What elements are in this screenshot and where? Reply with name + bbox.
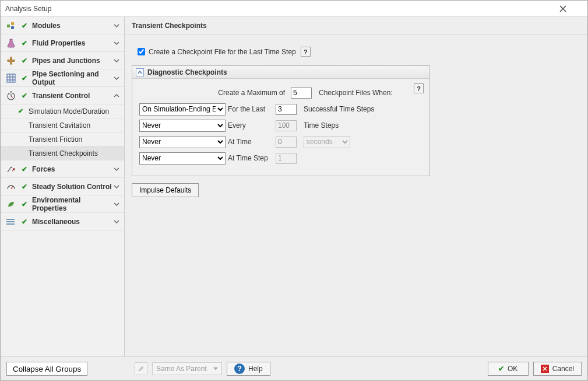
sidebar-group-fluid-properties[interactable]: ✔ Fluid Properties [1,34,124,52]
max-checkpoints-row: Create a Maximum of Checkpoint Files Whe… [139,85,422,101]
last-step-checkpoint-label: Create a Checkpoint File for the Last Ti… [149,48,296,56]
condition-dropdown-1[interactable]: On Simulation-Ending Error [139,103,226,116]
sidebar-item-label: Transient Cavitation [29,121,90,130]
ok-label: OK [508,365,517,373]
check-icon: ✔ [20,39,29,47]
check-icon: ✔ [20,165,29,173]
modules-icon [5,20,17,32]
main-body: Create a Checkpoint File for the Last Ti… [125,34,587,356]
sidebar-group-steady-solution[interactable]: ✔ Steady Solution Control [1,178,124,195]
last-step-checkpoint-checkbox[interactable] [138,48,145,55]
svg-rect-2 [11,26,14,29]
forces-icon [5,163,17,175]
chevron-up-icon [138,70,142,75]
impulse-defaults-button[interactable]: Impulse Defaults [132,183,199,197]
sidebar-item-simulation-mode[interactable]: ✔ Simulation Mode/Duration [1,104,124,118]
chevron-down-icon [112,183,121,191]
sidebar-label: Fluid Properties [32,39,112,47]
check-icon: ✔ [498,365,504,373]
same-as-parent-label: Same As Parent [156,365,207,373]
condition-dropdown-3[interactable]: Never [139,136,226,148]
chevron-down-icon [112,165,121,173]
check-icon: ✔ [20,74,29,82]
sidebar-item-label: Simulation Mode/Duration [29,107,109,116]
grid-icon [5,72,17,84]
check-icon: ✔ [20,57,29,65]
chevron-down-icon [112,200,121,208]
check-icon: ✔ [20,22,29,30]
sidebar-label: Miscellaneous [32,218,112,226]
help-button[interactable]: ? Help [227,362,270,376]
condition-value-1[interactable] [276,104,297,115]
condition-row-1: On Simulation-Ending Error For the Last … [139,101,422,117]
analysis-setup-window: Analysis Setup ✔ Modules ✔ [0,0,588,381]
same-as-parent-dropdown: Same As Parent [152,362,222,375]
max-checkpoints-input[interactable] [291,88,312,99]
svg-point-7 [6,219,8,220]
condition-suffix-1: Successful Time Steps [301,105,422,113]
stopwatch-icon [5,90,17,102]
panel-title: Diagnostic Checkpoints [147,68,227,76]
chevron-down-icon [112,218,121,226]
condition-label-3: At Time [228,138,276,146]
ok-button[interactable]: ✔ OK [488,362,529,376]
sidebar-group-miscellaneous[interactable]: ✔ Miscellaneous [1,213,124,230]
sidebar-item-transient-checkpoints[interactable]: Transient Checkpoints [1,146,124,160]
sidebar-group-forces[interactable]: ✔ Forces [1,160,124,178]
footer: Collapse All Groups Same As Parent ? Hel… [1,357,587,380]
sidebar-label: Environmental Properties [32,196,112,212]
condition-dropdown-4[interactable]: Never [139,152,226,165]
condition-row-3: Never At Time seconds [139,134,422,150]
condition-row-2: Never Every Time Steps [139,117,422,134]
leaf-icon [5,198,17,210]
sidebar-label: Modules [32,22,112,30]
condition-dropdown-2[interactable]: Never [139,120,226,132]
pencil-icon [138,365,145,372]
chevron-down-icon [112,22,121,30]
condition-row-4: Never At Time Step [139,150,422,166]
sidebar-group-transient-control[interactable]: ✔ Transient Control [1,87,124,104]
condition-label-1: For the Last [228,105,276,113]
check-icon: ✔ [20,218,29,226]
sidebar-label: Pipes and Junctions [32,57,112,65]
condition-label-4: At Time Step [228,154,276,162]
check-icon: ✔ [20,200,29,208]
help-button[interactable]: ? [301,47,311,57]
condition-value-4 [276,153,297,164]
chevron-up-icon [112,92,121,100]
check-icon: ✔ [20,92,29,100]
close-icon [559,5,566,12]
sidebar-item-transient-cavitation[interactable]: Transient Cavitation [1,118,124,132]
svg-rect-4 [10,57,12,65]
close-button[interactable] [559,5,583,12]
sidebar-label: Pipe Sectioning and Output [32,70,112,86]
collapse-toggle[interactable] [136,68,144,76]
gauge-icon [5,181,17,193]
window-title: Analysis Setup [5,5,559,13]
list-icon [5,216,17,228]
collapse-all-button[interactable]: Collapse All Groups [6,362,87,376]
condition-value-2 [276,120,297,131]
sidebar-group-modules[interactable]: ✔ Modules [1,17,124,34]
condition-label-2: Every [228,121,276,130]
svg-rect-5 [7,74,15,82]
condition-value-3 [276,137,297,148]
sidebar-group-pipes-junctions[interactable]: ✔ Pipes and Junctions [1,52,124,69]
sidebar-item-label: Transient Friction [29,135,82,144]
sidebar-group-environmental[interactable]: ✔ Environmental Properties [1,195,124,213]
max-checkpoints-suffix: Checkpoint Files When: [316,89,422,97]
sidebar-item-label: Transient Checkpoints [29,149,98,158]
sidebar: ✔ Modules ✔ Fluid Properties ✔ Pipes and [1,17,125,356]
sidebar-label: Transient Control [32,92,112,100]
sidebar-group-pipe-sectioning[interactable]: ✔ Pipe Sectioning and Output [1,69,124,87]
check-icon: ✔ [18,107,23,115]
cancel-button[interactable]: Cancel [533,362,582,376]
sidebar-label: Forces [32,165,112,173]
main-panel: Transient Checkpoints Create a Checkpoin… [125,17,587,356]
sidebar-item-transient-friction[interactable]: Transient Friction [1,132,124,146]
dialog-body: ✔ Modules ✔ Fluid Properties ✔ Pipes and [1,17,587,357]
help-button[interactable]: ? [414,83,424,93]
max-checkpoints-label: Create a Maximum of [139,89,291,97]
page-title: Transient Checkpoints [125,17,587,34]
condition-suffix-2: Time Steps [301,121,422,130]
